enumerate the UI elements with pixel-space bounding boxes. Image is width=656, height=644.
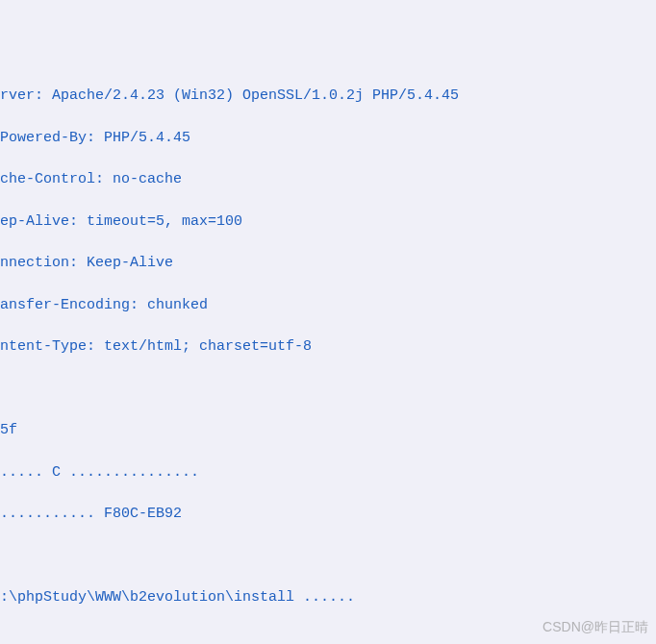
drive-info-line1: ..... C ............... xyxy=(0,462,656,483)
header-transfer-encoding: ansfer-Encoding: chunked xyxy=(0,295,656,316)
header-powered-by: Powered-By: PHP/5.4.45 xyxy=(0,128,656,149)
header-connection: nnection: Keep-Alive xyxy=(0,253,656,274)
header-keep-alive: ep-Alive: timeout=5, max=100 xyxy=(0,211,656,233)
directory-path: :\phpStudy\WWW\b2evolution\install .....… xyxy=(0,587,656,608)
header-content-type: ntent-Type: text/html; charset=utf-8 xyxy=(0,336,656,358)
header-server: rver: Apache/2.4.23 (Win32) OpenSSL/1.0.… xyxy=(0,86,656,107)
header-cache-control: che-Control: no-cache xyxy=(0,169,656,190)
hex-value: 5f xyxy=(0,420,656,441)
blank-line xyxy=(0,546,656,567)
drive-info-line2: ........... F80C-EB92 xyxy=(0,504,656,525)
watermark: CSDN@昨日正晴 xyxy=(542,617,648,636)
blank-line xyxy=(0,379,656,400)
